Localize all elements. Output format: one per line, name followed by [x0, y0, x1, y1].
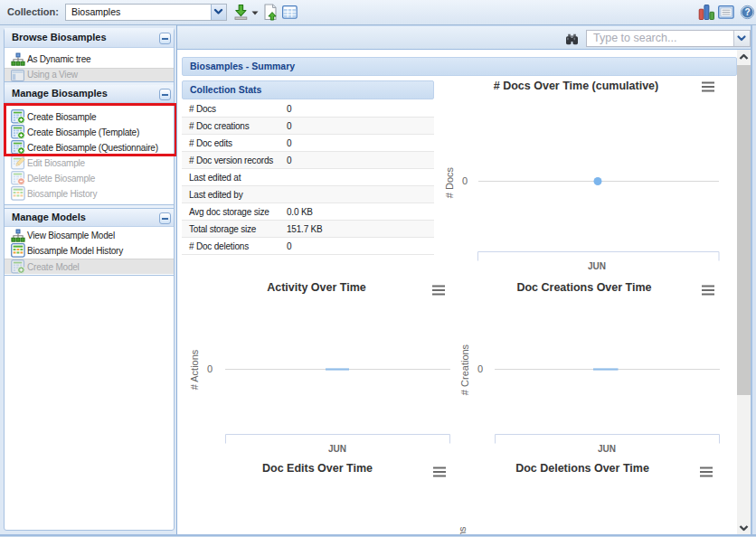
svg-text:?: ?	[744, 7, 750, 17]
